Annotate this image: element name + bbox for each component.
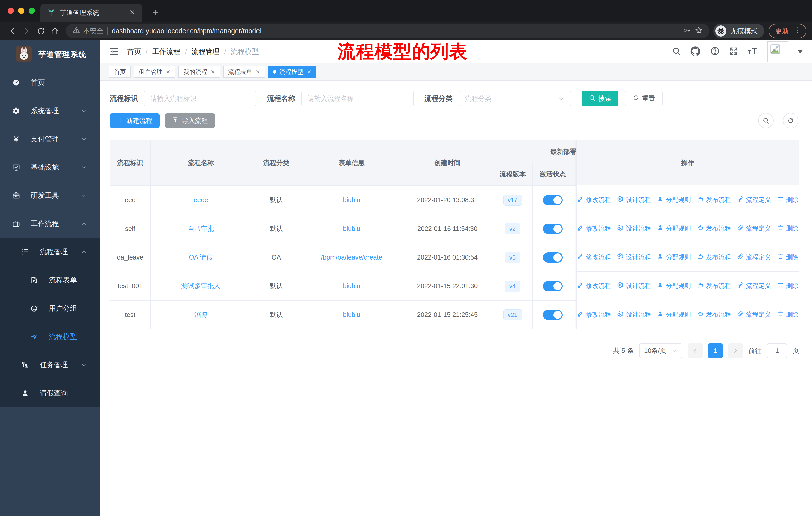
- sidebar-item-请假查询[interactable]: 请假查询: [0, 379, 100, 407]
- edit-process-link[interactable]: 修改流程: [577, 253, 611, 261]
- breadcrumb-item[interactable]: 流程管理: [192, 47, 220, 56]
- active-toggle[interactable]: [543, 195, 562, 205]
- active-toggle[interactable]: [543, 281, 562, 291]
- delete-link[interactable]: 删除: [777, 310, 799, 319]
- browser-tab[interactable]: 芋道管理系统: [40, 3, 142, 22]
- home-button[interactable]: [48, 24, 62, 38]
- delete-link[interactable]: 删除: [777, 195, 799, 204]
- design-process-link[interactable]: 设计流程: [617, 253, 651, 261]
- browser-menu-icon[interactable]: [794, 26, 802, 36]
- breadcrumb-item[interactable]: 首页: [127, 47, 141, 56]
- process-definition-link[interactable]: 流程定义: [737, 224, 771, 233]
- search-icon[interactable]: [671, 46, 681, 57]
- tab-close-icon[interactable]: [129, 9, 136, 17]
- version-badge[interactable]: v2: [505, 223, 520, 234]
- sidebar-item-流程表单[interactable]: 流程表单: [0, 266, 100, 294]
- sidebar-item-流程模型[interactable]: 流程模型: [0, 323, 100, 351]
- assign-rule-link[interactable]: 分配规则: [657, 310, 691, 319]
- refresh-table-button[interactable]: [783, 113, 799, 129]
- back-button[interactable]: [5, 24, 20, 38]
- assign-rule-link[interactable]: 分配规则: [657, 253, 691, 261]
- deploy-process-link[interactable]: 发布流程: [697, 253, 731, 261]
- version-badge[interactable]: v5: [505, 252, 520, 263]
- process-definition-link[interactable]: 流程定义: [737, 253, 771, 261]
- assign-rule-link[interactable]: 分配规则: [657, 195, 691, 204]
- sidebar-item-流程管理[interactable]: 流程管理: [0, 238, 100, 266]
- edit-process-link[interactable]: 修改流程: [577, 282, 611, 290]
- form-link[interactable]: biubiu: [343, 311, 360, 319]
- tag-流程表单[interactable]: 流程表单: [223, 66, 265, 78]
- deploy-process-link[interactable]: 发布流程: [697, 195, 731, 204]
- version-badge[interactable]: v17: [503, 194, 522, 206]
- sidebar-item-基础设施[interactable]: 基础设施: [0, 153, 100, 182]
- help-icon[interactable]: [710, 46, 720, 57]
- update-chip[interactable]: 更新: [769, 24, 807, 38]
- active-toggle[interactable]: [543, 252, 562, 263]
- active-toggle[interactable]: [543, 224, 562, 234]
- collapse-menu-icon[interactable]: [109, 47, 119, 57]
- sidebar-item-研发工具[interactable]: 研发工具: [0, 182, 100, 210]
- edit-process-link[interactable]: 修改流程: [577, 224, 611, 233]
- sidebar-item-工作流程[interactable]: 工作流程: [0, 210, 100, 238]
- active-toggle[interactable]: [543, 310, 562, 320]
- goto-page-input[interactable]: [767, 344, 787, 358]
- maximize-window-button[interactable]: [29, 7, 35, 14]
- tag-我的流程[interactable]: 我的流程: [178, 66, 220, 78]
- deploy-process-link[interactable]: 发布流程: [697, 224, 731, 233]
- sidebar-item-用户分组[interactable]: 用户分组: [0, 294, 100, 323]
- reset-button[interactable]: 重置: [625, 91, 663, 106]
- form-link[interactable]: biubiu: [343, 282, 360, 290]
- version-badge[interactable]: v4: [505, 281, 520, 292]
- chevron-down-icon[interactable]: [798, 50, 803, 53]
- process-definition-link[interactable]: 流程定义: [737, 195, 771, 204]
- form-link[interactable]: /bpm/oa/leave/create: [321, 253, 382, 261]
- sidebar-item-支付管理[interactable]: 支付管理: [0, 125, 100, 153]
- security-warning[interactable]: 不安全: [72, 26, 104, 36]
- process-definition-link[interactable]: 流程定义: [737, 282, 771, 290]
- close-window-button[interactable]: [7, 7, 14, 14]
- import-process-button[interactable]: 导入流程: [165, 113, 215, 128]
- delete-link[interactable]: 删除: [777, 253, 799, 261]
- process-definition-link[interactable]: 流程定义: [737, 310, 771, 319]
- sidebar-item-系统管理[interactable]: 系统管理: [0, 97, 100, 125]
- process-name-input[interactable]: [301, 91, 414, 106]
- process-name-link[interactable]: 自己审批: [188, 225, 214, 232]
- close-icon[interactable]: [307, 69, 312, 74]
- design-process-link[interactable]: 设计流程: [617, 310, 651, 319]
- delete-link[interactable]: 删除: [777, 224, 799, 233]
- version-badge[interactable]: v21: [503, 309, 522, 321]
- current-page-button[interactable]: 1: [708, 344, 723, 358]
- new-tab-button[interactable]: [148, 5, 163, 20]
- password-key-icon[interactable]: [683, 26, 691, 36]
- design-process-link[interactable]: 设计流程: [617, 224, 651, 233]
- form-link[interactable]: biubiu: [343, 196, 360, 203]
- user-avatar[interactable]: [767, 41, 788, 62]
- process-name-link[interactable]: eeee: [194, 196, 208, 203]
- tag-租户管理[interactable]: 租户管理: [134, 66, 175, 78]
- close-icon[interactable]: [166, 69, 171, 74]
- process-name-link[interactable]: OA 请假: [189, 253, 213, 261]
- bookmark-star-icon[interactable]: [695, 26, 703, 36]
- sidebar-item-首页[interactable]: 首页: [0, 69, 100, 97]
- assign-rule-link[interactable]: 分配规则: [657, 224, 691, 233]
- next-page-button[interactable]: [728, 344, 743, 358]
- fullscreen-icon[interactable]: [729, 46, 738, 57]
- address-bar[interactable]: 不安全 dashboard.yudao.iocoder.cn/bpm/manag…: [66, 24, 709, 38]
- deploy-process-link[interactable]: 发布流程: [697, 282, 731, 290]
- process-name-link[interactable]: 滔博: [194, 311, 207, 319]
- github-icon[interactable]: [690, 46, 701, 57]
- form-link[interactable]: biubiu: [343, 225, 360, 232]
- toggle-search-button[interactable]: [758, 113, 774, 129]
- deploy-process-link[interactable]: 发布流程: [697, 310, 731, 319]
- design-process-link[interactable]: 设计流程: [617, 282, 651, 290]
- reload-button[interactable]: [34, 24, 48, 38]
- page-size-select[interactable]: 10条/页: [639, 344, 683, 358]
- tag-首页[interactable]: 首页: [109, 66, 130, 78]
- create-process-button[interactable]: 新建流程: [110, 113, 160, 128]
- sidebar-item-任务管理[interactable]: 任务管理: [0, 351, 100, 379]
- close-icon[interactable]: [255, 69, 260, 74]
- delete-link[interactable]: 删除: [777, 282, 799, 290]
- edit-process-link[interactable]: 修改流程: [577, 195, 611, 204]
- edit-process-link[interactable]: 修改流程: [577, 310, 611, 319]
- process-key-input[interactable]: [144, 91, 257, 106]
